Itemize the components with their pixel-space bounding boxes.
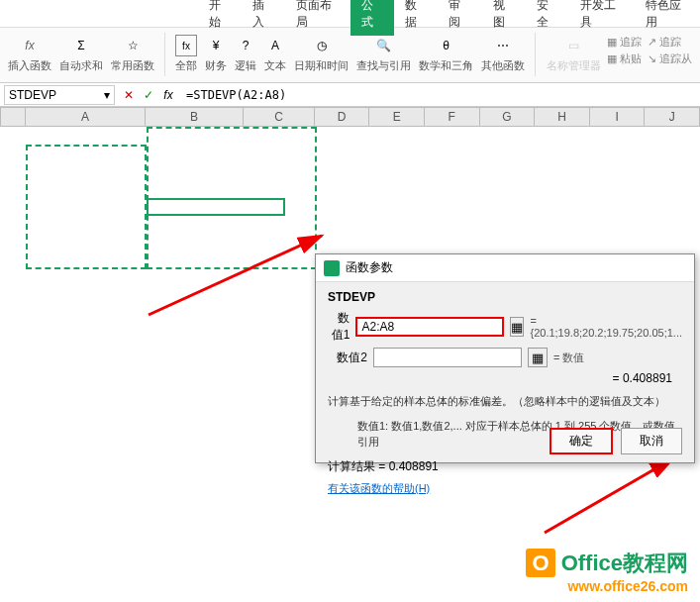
- clock-icon: ◷: [311, 35, 333, 56]
- param2-result: = 数值: [553, 351, 584, 365]
- fx-box-icon: fx: [175, 35, 197, 56]
- trace-item[interactable]: ↗追踪: [648, 35, 692, 50]
- tab-insert[interactable]: 插入: [242, 0, 285, 36]
- col-header-F[interactable]: F: [425, 107, 480, 127]
- result-equals: = 0.408891: [328, 371, 682, 385]
- col-header-H[interactable]: H: [535, 107, 590, 127]
- trace2-item[interactable]: ↘追踪从: [648, 51, 692, 66]
- watermark: O Office教程网 www.office26.com: [526, 549, 688, 594]
- col-header-J[interactable]: J: [645, 107, 700, 127]
- search-icon: 🔍: [373, 35, 395, 56]
- autosum-button[interactable]: Σ 自动求和: [59, 35, 103, 73]
- tab-view[interactable]: 视图: [482, 0, 526, 36]
- separator: [164, 33, 165, 76]
- tab-formula[interactable]: 公式: [350, 0, 394, 36]
- tab-start[interactable]: 开始: [198, 0, 242, 36]
- dropdown-icon[interactable]: ▾: [104, 88, 110, 102]
- watermark-logo: O: [526, 549, 554, 577]
- name-manager-button[interactable]: ▭ 名称管理器: [547, 35, 601, 73]
- lookup-button[interactable]: 🔍 查找与引用: [356, 35, 411, 73]
- col-header-D[interactable]: D: [315, 107, 370, 127]
- text-icon: A: [264, 35, 286, 56]
- formula-input[interactable]: [182, 88, 700, 102]
- dots-icon: ⋯: [492, 35, 514, 56]
- separator: [535, 33, 536, 76]
- paste-icon: ▦: [607, 52, 617, 65]
- money-icon: ¥: [205, 35, 227, 56]
- watermark-url: www.office26.com: [526, 578, 688, 594]
- formula-bar: STDEVP▾ ✕ ✓ fx: [0, 83, 700, 107]
- function-name: STDEVP: [328, 290, 682, 304]
- annotation-arrow-1: [139, 226, 337, 325]
- param2-label: 数值2: [328, 350, 367, 366]
- confirm-icon[interactable]: ✓: [141, 87, 156, 103]
- fx-icon: fx: [19, 35, 41, 56]
- text-button[interactable]: A 文本: [264, 35, 286, 73]
- param2-input[interactable]: [373, 348, 522, 367]
- name-box[interactable]: STDEVP▾: [4, 85, 115, 105]
- theta-icon: θ: [436, 35, 457, 56]
- tab-layout[interactable]: 页面布局: [285, 0, 350, 36]
- col-header-E[interactable]: E: [369, 107, 425, 127]
- cancel-button[interactable]: 取消: [621, 428, 682, 454]
- tag-icon: ▭: [563, 35, 585, 56]
- tab-review[interactable]: 审阅: [438, 0, 481, 36]
- dialog-title: 函数参数: [346, 259, 393, 276]
- question-icon: ?: [235, 35, 256, 56]
- function-arguments-dialog: 函数参数 STDEVP 数值1 ▦ = {20.1;19.8;20.2;19.7…: [315, 253, 695, 463]
- param1-result: = {20.1;19.8;20.2;19.75;20.05;1...: [530, 315, 682, 339]
- paste-icon: ▦: [607, 36, 617, 49]
- help-link[interactable]: 有关该函数的帮助(H): [328, 482, 430, 494]
- selection-range-2: [147, 127, 317, 269]
- range-select-button-2[interactable]: ▦: [528, 348, 548, 367]
- selection-marquee: [26, 145, 147, 269]
- cancel-icon[interactable]: ✕: [121, 87, 137, 103]
- fx-icon[interactable]: fx: [160, 87, 176, 103]
- param1-label: 数值1: [328, 310, 350, 344]
- star-icon: ☆: [122, 35, 144, 56]
- datetime-button[interactable]: ◷ 日期和时间: [294, 35, 349, 73]
- range-select-button[interactable]: ▦: [510, 317, 524, 337]
- col-header-G[interactable]: G: [480, 107, 536, 127]
- paste-item[interactable]: ▦追踪: [607, 35, 642, 50]
- tab-dev[interactable]: 开发工具: [569, 0, 635, 36]
- math-button[interactable]: θ 数学和三角: [419, 35, 473, 73]
- ribbon-tabs: 开始 插入 页面布局 公式 数据 审阅 视图 安全 开发工具 特色应用: [0, 0, 700, 28]
- tab-security[interactable]: 安全: [526, 0, 569, 36]
- insert-function-button[interactable]: fx 插入函数: [8, 35, 51, 73]
- svg-line-0: [149, 236, 322, 315]
- calc-result: 计算结果 = 0.408891: [328, 458, 682, 475]
- finance-button[interactable]: ¥ 财务: [205, 35, 227, 73]
- col-header-C[interactable]: C: [244, 107, 315, 127]
- all-func-button[interactable]: fx 全部: [175, 35, 197, 73]
- logic-button[interactable]: ? 逻辑: [235, 35, 256, 73]
- ok-button[interactable]: 确定: [550, 428, 613, 454]
- col-header-B[interactable]: B: [146, 107, 244, 127]
- dialog-titlebar[interactable]: 函数参数: [316, 254, 694, 282]
- paste-name[interactable]: ▦粘贴: [607, 51, 642, 66]
- select-all-corner[interactable]: [0, 107, 26, 127]
- other-func-button[interactable]: ⋯ 其他函数: [481, 35, 525, 73]
- trace-icon: ↘: [648, 52, 656, 65]
- function-description: 计算基于给定的样本总体的标准偏差。（忽略样本中的逻辑值及文本）: [328, 393, 682, 410]
- col-header-I[interactable]: I: [590, 107, 646, 127]
- tab-special[interactable]: 特色应用: [635, 0, 700, 36]
- trace-icon: ↗: [648, 36, 656, 49]
- sigma-icon: Σ: [70, 35, 92, 56]
- editing-cell-border: [147, 198, 285, 216]
- dialog-app-icon: [324, 260, 340, 276]
- param1-input[interactable]: [355, 317, 504, 337]
- tab-data[interactable]: 数据: [394, 0, 438, 36]
- common-func-button[interactable]: ☆ 常用函数: [111, 35, 154, 73]
- col-header-A[interactable]: A: [26, 107, 146, 127]
